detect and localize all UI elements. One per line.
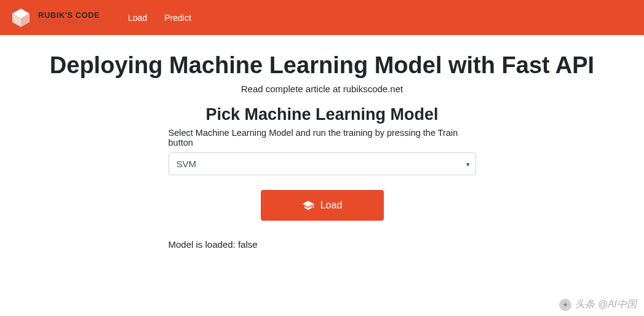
nav-link-load[interactable]: Load bbox=[128, 13, 147, 23]
brand-subtitle: BUILDING SMART APPS bbox=[38, 20, 103, 24]
load-button-label: Load bbox=[320, 200, 343, 211]
page-title: Deploying Machine Learning Model with Fa… bbox=[12, 52, 632, 79]
load-button[interactable]: Load bbox=[261, 190, 384, 221]
navbar: RUBIK'S CODE BUILDING SMART APPS Load Pr… bbox=[0, 0, 644, 35]
section-title: Pick Machine Learning Model bbox=[169, 105, 476, 124]
brand-text: RUBIK'S CODE BUILDING SMART APPS bbox=[38, 11, 103, 24]
cube-icon bbox=[10, 7, 32, 29]
nav-link-predict[interactable]: Predict bbox=[164, 13, 191, 23]
nav-links: Load Predict bbox=[128, 13, 191, 23]
page-subtitle: Read complete article at rubikscode.net bbox=[12, 84, 632, 94]
model-status: Model is loaded: false bbox=[169, 239, 476, 250]
watermark: ✦ 头条 @AI中国 bbox=[559, 298, 637, 311]
brand-title: RUBIK'S CODE bbox=[38, 11, 103, 19]
model-select[interactable]: SVM bbox=[169, 152, 476, 175]
section-description: Select Machine Learning Model and run th… bbox=[169, 128, 476, 148]
watermark-icon: ✦ bbox=[559, 299, 571, 311]
model-section: Pick Machine Learning Model Select Machi… bbox=[169, 105, 476, 250]
model-select-wrap: SVM ▾ bbox=[169, 152, 476, 175]
main-content: Deploying Machine Learning Model with Fa… bbox=[0, 35, 644, 250]
brand-logo[interactable]: RUBIK'S CODE BUILDING SMART APPS bbox=[10, 7, 103, 29]
graduation-cap-icon bbox=[302, 199, 314, 211]
watermark-text: 头条 @AI中国 bbox=[575, 298, 637, 311]
button-row: Load bbox=[169, 190, 476, 221]
